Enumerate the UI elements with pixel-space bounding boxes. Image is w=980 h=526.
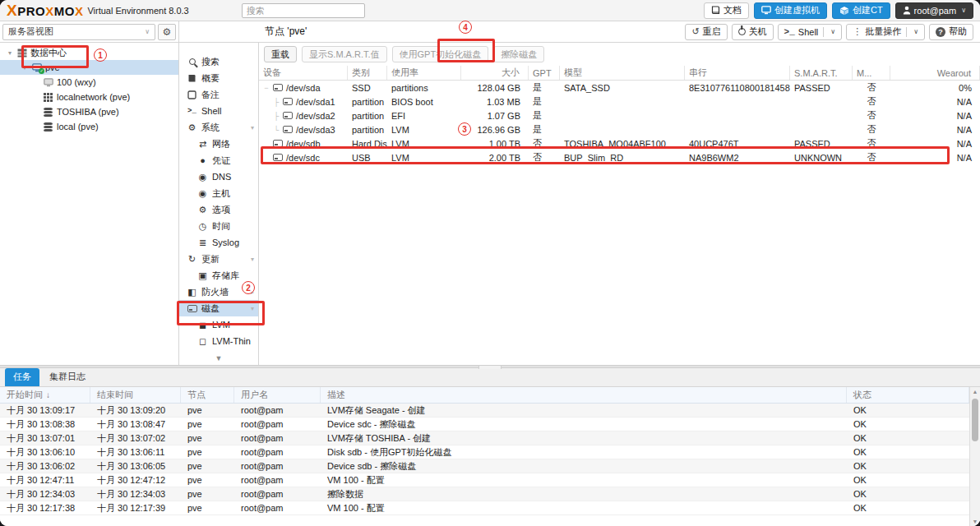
task-log-row[interactable]: 十月 30 13:09:17 十月 30 13:09:20 pve root@p… bbox=[0, 404, 969, 418]
column-header-type[interactable]: 类别 bbox=[348, 66, 387, 80]
menu-item-lvm[interactable]: ◼LVM bbox=[179, 316, 258, 333]
tree-item-toshiba-storage[interactable]: TOSHIBA (pve) bbox=[0, 104, 178, 119]
device-name: /dev/sdc bbox=[286, 153, 320, 163]
create-ct-button[interactable]: 创建CT bbox=[832, 2, 890, 19]
column-header-username[interactable]: 用户名 bbox=[234, 387, 321, 403]
reload-button[interactable]: 重载 bbox=[264, 46, 297, 62]
tree-item-datacenter[interactable]: ▾ 数据中心 bbox=[0, 45, 178, 60]
column-header-description[interactable]: 描述 bbox=[321, 387, 847, 403]
tree-item-local-storage[interactable]: local (pve) bbox=[0, 119, 178, 134]
task-log-row[interactable]: 十月 30 13:06:02 十月 30 13:06:05 pve root@p… bbox=[0, 459, 969, 473]
column-header-end-time[interactable]: 结束时间 bbox=[90, 387, 181, 403]
menu-item-label: 主机 bbox=[212, 187, 230, 200]
user-menu-button[interactable]: root@pam ∨ bbox=[895, 2, 973, 19]
tree-expander[interactable]: − bbox=[263, 84, 270, 92]
column-header-device[interactable]: 设备 bbox=[259, 66, 348, 80]
book-icon bbox=[711, 6, 720, 15]
disk-row-sda1[interactable]: ├/dev/sda1 partitionBIOS boot1.03 MB是否N/… bbox=[259, 95, 980, 108]
tab-cluster-log[interactable]: 集群日志 bbox=[41, 368, 94, 386]
tab-tasks[interactable]: 任务 bbox=[5, 368, 39, 386]
column-header-start-time[interactable]: 开始时间↓ bbox=[0, 387, 90, 403]
global-search-input[interactable] bbox=[242, 3, 365, 18]
column-header-status[interactable]: 状态 bbox=[847, 387, 969, 403]
menu-item-summary[interactable]: 概要 bbox=[179, 70, 258, 86]
menu-item-hosts[interactable]: ◉主机 bbox=[179, 185, 258, 201]
task-start-time: 十月 30 13:06:02 bbox=[0, 459, 90, 473]
scroll-down-arrow-icon[interactable]: ▼ bbox=[970, 519, 980, 524]
bulk-actions-label: 批量操作 bbox=[865, 25, 901, 38]
create-vm-button[interactable]: 创建虚拟机 bbox=[754, 2, 827, 19]
help-button[interactable]: ?帮助 bbox=[929, 24, 973, 40]
docs-button-label: 文档 bbox=[723, 4, 742, 16]
menu-scroll-down-chevron[interactable]: ▼ bbox=[179, 354, 258, 362]
menu-item-syslog[interactable]: ≣Syslog bbox=[179, 234, 258, 251]
menu-item-time[interactable]: ◷时间 bbox=[179, 218, 258, 234]
task-user: root@pam bbox=[234, 501, 321, 514]
menu-item-disks[interactable]: 磁盘▾ bbox=[179, 300, 258, 316]
disk-row-sda3[interactable]: └/dev/sda3 partitionLVM126.96 GB是否N/A bbox=[259, 122, 980, 136]
tree-settings-button[interactable]: ⚙ bbox=[158, 24, 176, 40]
restart-button-label: 重启 bbox=[703, 25, 721, 38]
view-mode-select[interactable]: 服务器视图 ∨ bbox=[2, 24, 155, 40]
menu-item-notes[interactable]: 备注 bbox=[179, 86, 258, 103]
task-description: 擦除数据 bbox=[321, 487, 847, 501]
task-end-time: 十月 30 12:34:03 bbox=[90, 487, 181, 501]
column-header-usage[interactable]: 使用率 bbox=[387, 66, 461, 80]
disk-row-sda[interactable]: −/dev/sda SSDpartitions128.04 GB是SATA_SS… bbox=[259, 81, 980, 95]
disk-row-sda2[interactable]: ├/dev/sda2 partitionEFI1.07 GB是否N/A bbox=[259, 108, 980, 122]
column-header-serial[interactable]: 串行 bbox=[685, 66, 790, 80]
task-log-row[interactable]: 十月 30 13:08:38 十月 30 13:08:47 pve root@p… bbox=[0, 418, 969, 431]
shutdown-button[interactable]: 关机 bbox=[732, 24, 774, 40]
menu-item-certificates[interactable]: ●凭证 bbox=[179, 152, 258, 168]
shell-button-label: Shell bbox=[798, 27, 818, 37]
menu-item-network[interactable]: ⇄网络 bbox=[179, 136, 258, 152]
menu-item-updates[interactable]: ↻更新▾ bbox=[179, 251, 258, 267]
init-gpt-button[interactable]: 使用GPT初始化磁盘 bbox=[392, 46, 489, 62]
partition-icon bbox=[283, 98, 293, 105]
task-log-row[interactable]: 十月 30 12:17:38 十月 30 12:17:39 pve root@p… bbox=[0, 501, 969, 515]
column-header-wearout[interactable]: Wearout bbox=[890, 66, 980, 80]
disk-row-sdc[interactable]: /dev/sdc USBLVM2.00 TB否BUP_Slim_RDNA9B6W… bbox=[259, 150, 980, 164]
shell-button[interactable]: >_Shell∨ bbox=[778, 24, 843, 40]
repository-icon: ▣ bbox=[197, 270, 208, 281]
column-header-mounted[interactable]: M... bbox=[853, 66, 890, 80]
wipe-disk-button[interactable]: 擦除磁盘 bbox=[493, 46, 544, 62]
column-header-gpt[interactable]: GPT bbox=[529, 66, 560, 80]
splitter-handle[interactable] bbox=[478, 366, 502, 369]
column-header-size[interactable]: 大小 bbox=[461, 66, 529, 80]
restart-button[interactable]: ↺重启 bbox=[685, 24, 727, 40]
menu-item-system[interactable]: ⚙系统▾ bbox=[179, 119, 258, 136]
menu-item-shell[interactable]: >_Shell bbox=[179, 103, 258, 119]
column-header-model[interactable]: 模型 bbox=[560, 66, 685, 80]
menu-item-repositories[interactable]: ▣存储库 bbox=[179, 267, 258, 284]
logo-text: X bbox=[45, 4, 54, 18]
sort-descending-icon: ↓ bbox=[46, 390, 50, 399]
menu-item-firewall[interactable]: ◧防火墙▸ bbox=[179, 284, 258, 300]
task-log-row[interactable]: 十月 30 12:34:03 十月 30 12:34:03 pve root@p… bbox=[0, 487, 969, 501]
column-header-node[interactable]: 节点 bbox=[181, 387, 234, 403]
tree-item-pve[interactable]: ▾ ✓ pve bbox=[0, 60, 178, 75]
task-end-time: 十月 30 13:08:47 bbox=[90, 418, 181, 431]
task-log-scrollbar[interactable]: ▲ ▼ bbox=[969, 387, 980, 526]
menu-item-options[interactable]: ⚙选项 bbox=[179, 201, 258, 218]
panel-splitter[interactable] bbox=[0, 365, 980, 368]
task-log-row[interactable]: 十月 30 13:06:10 十月 30 13:06:11 pve root@p… bbox=[0, 445, 969, 459]
bulk-actions-button[interactable]: ⋮批量操作∨ bbox=[846, 24, 925, 40]
task-log-row[interactable]: 十月 30 13:07:01 十月 30 13:07:02 pve root@p… bbox=[0, 431, 969, 445]
menu-item-dns[interactable]: ◉DNS bbox=[179, 168, 258, 185]
scroll-up-arrow-icon[interactable]: ▲ bbox=[970, 389, 980, 394]
tree-item-localnetwork[interactable]: localnetwork (pve) bbox=[0, 90, 178, 104]
disk-row-sdb[interactable]: /dev/sdb Hard DiskLVM1.00 TB否TOSHIBA_MQ0… bbox=[259, 136, 980, 150]
docs-button[interactable]: 文档 bbox=[704, 2, 749, 19]
tree-item-vm-100[interactable]: 100 (wxy) bbox=[0, 75, 178, 90]
menu-item-lvm-thin[interactable]: ◻LVM-Thin bbox=[179, 333, 258, 349]
show-smart-button[interactable]: 显示S.M.A.R.T.值 bbox=[302, 46, 387, 62]
scrollbar-thumb[interactable] bbox=[972, 399, 978, 441]
task-log-row[interactable]: 十月 30 12:47:11 十月 30 12:47:12 pve root@p… bbox=[0, 473, 969, 487]
cube-icon bbox=[839, 6, 849, 16]
task-end-time: 十月 30 13:06:05 bbox=[90, 459, 181, 473]
menu-item-search[interactable]: 搜索 bbox=[179, 53, 258, 70]
certificate-icon: ● bbox=[197, 155, 208, 165]
column-header-smart[interactable]: S.M.A.R.T. bbox=[790, 66, 853, 80]
task-end-time: 十月 30 13:07:02 bbox=[90, 431, 181, 445]
